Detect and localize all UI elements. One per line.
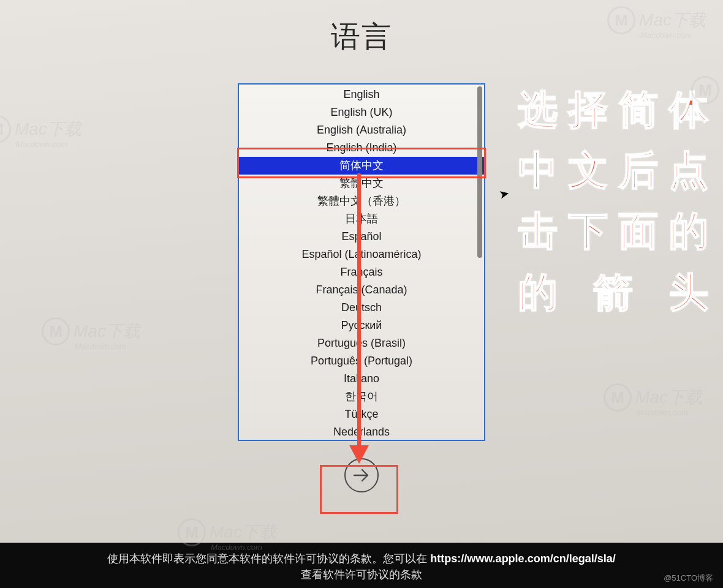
language-option[interactable]: Français (Canada) bbox=[239, 281, 484, 299]
language-option[interactable]: English (India) bbox=[239, 139, 484, 157]
page-title: 语言 bbox=[331, 17, 392, 56]
language-option[interactable]: English (Australia) bbox=[239, 121, 484, 139]
footer-line-2: 查看软件许可协议的条款 bbox=[301, 567, 422, 582]
footer-url: https://www.apple.com/cn/legal/sla/ bbox=[430, 552, 615, 565]
language-option[interactable]: 繁體中文 bbox=[239, 175, 484, 192]
language-option[interactable]: 한국어 bbox=[239, 388, 484, 405]
language-option[interactable]: Português (Portugal) bbox=[239, 352, 484, 370]
footer-line-1: 使用本软件即表示您同意本软件的软件许可协议的条款。您可以在 https://ww… bbox=[107, 551, 615, 567]
language-option[interactable]: 日本語 bbox=[239, 210, 484, 228]
language-option[interactable]: Italiano bbox=[239, 370, 484, 388]
language-option[interactable]: 简体中文 bbox=[239, 157, 484, 175]
language-option[interactable]: Русский bbox=[239, 317, 484, 334]
language-option[interactable]: English (UK) bbox=[239, 104, 484, 121]
language-option[interactable]: English bbox=[239, 86, 484, 104]
language-items-container: EnglishEnglish (UK)English (Australia)En… bbox=[239, 85, 484, 441]
footer-prefix: 使用本软件即表示您同意本软件的软件许可协议的条款。您可以在 bbox=[107, 552, 430, 565]
language-option[interactable]: Nederlands bbox=[239, 423, 484, 441]
continue-row bbox=[344, 458, 379, 492]
license-footer: 使用本软件即表示您同意本软件的软件许可协议的条款。您可以在 https://ww… bbox=[0, 543, 723, 588]
continue-button[interactable] bbox=[344, 458, 379, 492]
language-option[interactable]: Español (Latinoamérica) bbox=[239, 246, 484, 263]
language-option[interactable]: Español bbox=[239, 228, 484, 246]
language-option[interactable]: Deutsch bbox=[239, 299, 484, 317]
setup-screen: 语言 EnglishEnglish (UK)English (Australia… bbox=[0, 0, 723, 543]
language-option[interactable]: 繁體中文（香港） bbox=[239, 192, 484, 210]
language-option[interactable]: Português (Brasil) bbox=[239, 334, 484, 352]
language-option[interactable]: Türkçe bbox=[239, 405, 484, 423]
scrollbar-thumb[interactable] bbox=[477, 86, 482, 258]
language-option[interactable]: Français bbox=[239, 263, 484, 281]
language-list[interactable]: EnglishEnglish (UK)English (Australia)En… bbox=[238, 83, 485, 441]
arrow-right-icon bbox=[352, 466, 371, 484]
attribution-text: @51CTO博客 bbox=[664, 573, 713, 584]
